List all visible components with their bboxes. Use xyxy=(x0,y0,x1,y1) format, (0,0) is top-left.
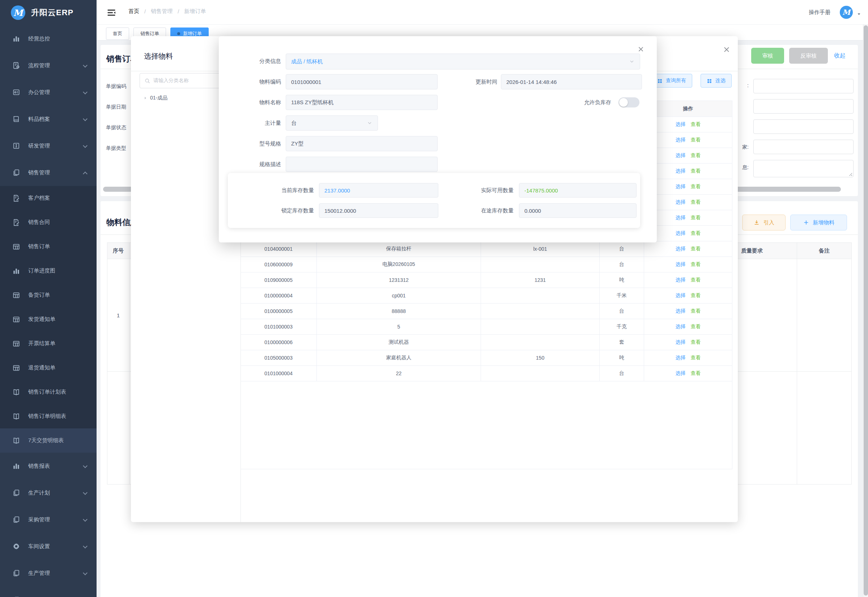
cell-material-unit: 吨 xyxy=(600,350,644,365)
sidebar-item[interactable]: 销售管理 xyxy=(0,159,96,186)
page-tab[interactable]: 首页 xyxy=(106,28,129,40)
material-code-input[interactable]: 0101000001 xyxy=(286,74,438,89)
close-icon[interactable] xyxy=(637,46,644,53)
top-header: 首页 / 销售管理 / 新增订单 操作手册 M xyxy=(96,0,868,25)
sidebar-item[interactable]: 车间设置 xyxy=(0,533,96,560)
select-link[interactable]: 选择 xyxy=(675,230,686,237)
sidebar-item[interactable]: 采购管理 xyxy=(0,506,96,533)
view-link[interactable]: 查看 xyxy=(691,199,701,205)
label-locked-stock: 锁定库存数量 xyxy=(228,203,314,218)
sidebar-item[interactable]: 研发管理 xyxy=(0,132,96,159)
view-link[interactable]: 查看 xyxy=(691,324,701,330)
material-name-input[interactable]: 118S ZY型纸杯机 xyxy=(286,95,438,110)
sidebar-item[interactable]: 销售订单 xyxy=(0,235,96,259)
sidebar-item[interactable]: 经营总控 xyxy=(0,25,96,52)
breadcrumb-sales[interactable]: 销售管理 xyxy=(151,8,172,15)
caret-down-icon[interactable] xyxy=(856,12,862,16)
sidebar-item[interactable]: 料品档案 xyxy=(0,105,96,132)
sidebar-item[interactable]: 办公管理 xyxy=(0,79,96,105)
select-link[interactable]: 选择 xyxy=(675,183,686,190)
model-spec-input[interactable]: ZY型 xyxy=(286,136,438,151)
import-button[interactable]: 引入 xyxy=(742,215,785,230)
actual-available-input[interactable]: -147875.0000 xyxy=(519,183,637,198)
sidebar-item[interactable]: 发货通知单 xyxy=(0,307,96,331)
select-link[interactable]: 选择 xyxy=(675,121,686,128)
sidebar-item[interactable]: 订单进度图 xyxy=(0,259,96,283)
view-link[interactable]: 查看 xyxy=(691,293,701,299)
order-input[interactable] xyxy=(753,119,853,134)
tree-node-category[interactable]: 01-成品 xyxy=(143,94,167,103)
category-search-input[interactable]: 请输入分类名称 xyxy=(139,73,224,88)
select-link[interactable]: 选择 xyxy=(675,339,686,346)
close-icon[interactable] xyxy=(723,46,730,53)
view-link[interactable]: 查看 xyxy=(691,370,701,377)
view-link[interactable]: 查看 xyxy=(691,121,701,128)
unit-select[interactable]: 台 xyxy=(286,116,378,131)
locked-stock-input[interactable]: 150012.0000 xyxy=(319,203,438,218)
sidebar-item[interactable]: 7天交货明细表 xyxy=(0,428,96,453)
cell-actions: 选择 查看 xyxy=(644,319,732,334)
sidebar-item[interactable]: 退货通知单 xyxy=(0,356,96,380)
select-link[interactable]: 选择 xyxy=(675,246,686,252)
select-link[interactable]: 选择 xyxy=(675,168,686,174)
select-link[interactable]: 选择 xyxy=(675,152,686,159)
view-link[interactable]: 查看 xyxy=(691,152,701,159)
sidebar-item[interactable]: 开票结算单 xyxy=(0,331,96,356)
unaudit-button[interactable]: 反审核 xyxy=(789,48,828,64)
view-link[interactable]: 查看 xyxy=(691,339,701,346)
view-link[interactable]: 查看 xyxy=(691,183,701,190)
select-link[interactable]: 选择 xyxy=(675,370,686,377)
manual-link[interactable]: 操作手册 xyxy=(809,9,830,16)
order-input[interactable] xyxy=(753,99,853,114)
select-link[interactable]: 选择 xyxy=(675,293,686,299)
sidebar-item[interactable]: 流程管理 xyxy=(0,52,96,79)
sidebar-item[interactable]: 销售订单明细表 xyxy=(0,404,96,428)
view-link[interactable]: 查看 xyxy=(691,261,701,268)
sidebar-item[interactable]: 销售订单计划表 xyxy=(0,380,96,404)
view-link[interactable]: 查看 xyxy=(691,308,701,315)
sidebar-item[interactable]: 客户档案 xyxy=(0,186,96,210)
select-link[interactable]: 选择 xyxy=(675,199,686,205)
select-link[interactable]: 选择 xyxy=(675,261,686,268)
add-material-button[interactable]: 新增物料 xyxy=(790,215,847,230)
sidebar-item[interactable]: 销售报表 xyxy=(0,453,96,480)
view-link[interactable]: 查看 xyxy=(691,277,701,283)
select-link[interactable]: 选择 xyxy=(675,355,686,361)
select-link[interactable]: 选择 xyxy=(675,137,686,143)
field-label-update-time: 更新时间 xyxy=(450,74,497,89)
select-link[interactable]: 选择 xyxy=(675,277,686,283)
allow-negative-toggle[interactable] xyxy=(618,97,640,107)
view-link[interactable]: 查看 xyxy=(691,215,701,221)
view-link[interactable]: 查看 xyxy=(691,168,701,174)
view-link[interactable]: 查看 xyxy=(691,355,701,361)
breadcrumb-home[interactable]: 首页 xyxy=(128,8,139,15)
avatar[interactable]: M xyxy=(840,6,853,19)
cell-material-name: 家庭机器人 xyxy=(317,350,481,365)
select-link[interactable]: 选择 xyxy=(675,324,686,330)
spec-desc-input[interactable] xyxy=(286,157,438,172)
order-input[interactable] xyxy=(753,140,853,154)
multi-select-button[interactable]: 连选 xyxy=(701,74,732,88)
sidebar-item[interactable]: 备货订单 xyxy=(0,283,96,307)
transit-stock-input[interactable]: 0.0000 xyxy=(519,203,637,218)
view-link[interactable]: 查看 xyxy=(691,230,701,237)
view-link[interactable]: 查看 xyxy=(691,137,701,143)
category-select[interactable]: 成品 / 纸杯机 xyxy=(286,53,640,70)
select-link[interactable]: 选择 xyxy=(675,215,686,221)
sidebar-item[interactable]: 销售合同 xyxy=(0,210,96,235)
select-link[interactable]: 选择 xyxy=(675,308,686,315)
sidebar-item[interactable]: 加工车间 xyxy=(0,587,96,597)
order-input[interactable] xyxy=(753,79,853,94)
cell-actions: 选择 查看 xyxy=(644,304,732,319)
collapse-menu-icon[interactable] xyxy=(107,8,116,16)
collapse-link[interactable]: 收起 xyxy=(834,52,846,60)
query-all-button[interactable]: 查询所有 xyxy=(651,74,692,88)
sidebar-item[interactable]: 生产计划 xyxy=(0,480,96,506)
current-stock-input[interactable]: 2137.0000 xyxy=(319,183,438,198)
update-time-input[interactable]: 2026-01-14 14:48:46 xyxy=(501,74,642,89)
audit-button[interactable]: 审核 xyxy=(751,48,784,64)
view-link[interactable]: 查看 xyxy=(691,246,701,252)
sidebar-item[interactable]: 生产管理 xyxy=(0,560,96,587)
order-remark-textarea[interactable] xyxy=(753,160,853,177)
vertical-scrollbar[interactable] xyxy=(864,25,868,596)
